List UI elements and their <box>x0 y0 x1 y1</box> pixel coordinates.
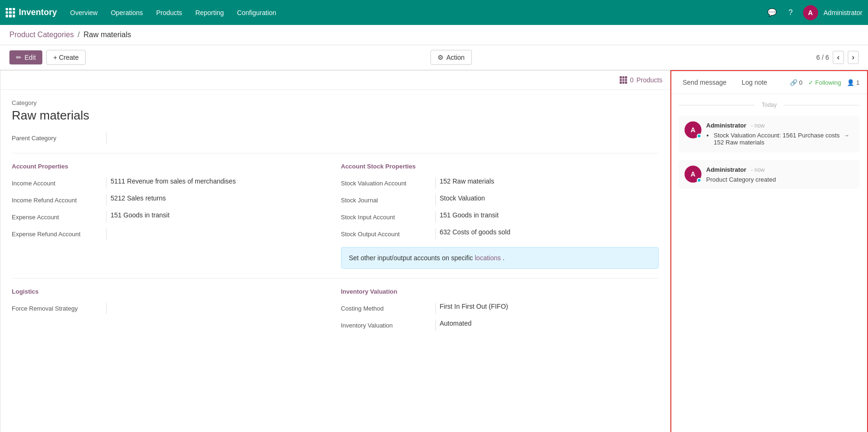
user-name: Administrator <box>824 9 862 16</box>
form-area: 0 Products Category Raw materials Parent… <box>0 70 670 432</box>
nav-operations[interactable]: Operations <box>105 6 148 19</box>
app-logo[interactable]: Inventory <box>6 8 57 17</box>
inventory-valuation-value[interactable]: Automated <box>435 320 472 331</box>
inventory-valuation-title: Inventory Valuation <box>341 288 659 295</box>
action-button[interactable]: ⚙ Action <box>430 50 472 65</box>
msg-body-1: Stock Valuation Account: 1561 Purchase c… <box>706 132 854 146</box>
main-container: 0 Products Category Raw materials Parent… <box>0 70 868 432</box>
msg-time-2: - now <box>751 167 764 173</box>
stock-input-row: Stock Input Account 151 Goods in transit <box>341 211 659 223</box>
income-account-row: Income Account 5111 Revenue from sales o… <box>12 177 330 189</box>
income-account-value[interactable]: 5111 Revenue from sales of merchandises <box>106 177 236 189</box>
force-removal-label: Force Removal Strategy <box>12 305 106 312</box>
nav-overview[interactable]: Overview <box>64 6 103 19</box>
income-refund-label: Income Refund Account <box>12 197 106 204</box>
main-menu: Overview Operations Products Reporting C… <box>64 6 282 19</box>
online-dot-2 <box>697 178 701 183</box>
category-label: Category <box>12 99 659 106</box>
costing-method-value[interactable]: First In First Out (FIFO) <box>435 303 508 314</box>
info-text-before: Set other input/output accounts on speci… <box>349 254 473 262</box>
breadcrumb-separator: / <box>78 31 80 39</box>
expense-account-row: Expense Account 151 Goods in transit <box>12 211 330 223</box>
create-button[interactable]: + Create <box>46 50 86 65</box>
inventory-valuation-row: Inventory Valuation Automated <box>341 320 659 331</box>
msg-content-1: Administrator - now Stock Valuation Acco… <box>706 121 854 147</box>
expense-refund-row: Expense Refund Account <box>12 228 330 240</box>
inventory-valuation-label: Inventory Valuation <box>341 322 435 329</box>
gear-icon: ⚙ <box>438 54 444 61</box>
stock-valuation-label: Stock Valuation Account <box>341 180 435 187</box>
avatar-2: A <box>685 166 701 183</box>
chatter-links[interactable]: 🔗 0 <box>790 79 803 86</box>
account-properties-section: Account Properties Income Account 5111 R… <box>12 163 330 269</box>
msg-time-1: - now <box>751 122 764 129</box>
edit-button[interactable]: ✏ Edit <box>9 50 42 64</box>
account-stock-title: Account Stock Properties <box>341 163 659 170</box>
stock-journal-value[interactable]: Stock Valuation <box>435 194 485 206</box>
expense-account-value[interactable]: 151 Goods in transit <box>106 211 169 223</box>
chat-icon[interactable]: 💬 <box>765 6 779 19</box>
stock-output-label: Stock Output Account <box>341 231 435 238</box>
link-icon: 🔗 <box>790 79 797 86</box>
app-title: Inventory <box>19 8 57 17</box>
msg-body-2: Product Category created <box>706 176 854 183</box>
check-icon: ✓ <box>808 79 813 86</box>
pagination: 6 / 6 ‹ › <box>816 51 859 64</box>
send-message-button[interactable]: Send message <box>679 77 730 88</box>
form-header: 0 Products <box>0 71 670 90</box>
stock-journal-label: Stock Journal <box>341 197 435 204</box>
toolbar: ✏ Edit + Create ⚙ Action 6 / 6 ‹ › <box>0 45 868 70</box>
breadcrumb-current: Raw materials <box>83 31 131 39</box>
log-note-button[interactable]: Log note <box>738 77 771 88</box>
logistics-title: Logistics <box>12 288 330 295</box>
parent-category-row: Parent Category <box>12 132 659 144</box>
account-stock-properties-section: Account Stock Properties Stock Valuation… <box>341 163 659 269</box>
account-properties-title: Account Properties <box>12 163 330 170</box>
person-icon: 👤 <box>847 79 854 86</box>
stock-valuation-row: Stock Valuation Account 152 Raw material… <box>341 177 659 189</box>
prev-button[interactable]: ‹ <box>833 51 844 64</box>
avatar-1: A <box>685 121 701 138</box>
expense-refund-value[interactable] <box>106 228 111 240</box>
msg-content-2: Administrator - now Product Category cre… <box>706 166 854 183</box>
breadcrumb-parent[interactable]: Product Categories <box>9 31 74 39</box>
next-button[interactable]: › <box>848 51 859 64</box>
msg-author-2: Administrator <box>706 166 746 173</box>
nav-configuration[interactable]: Configuration <box>231 6 282 19</box>
breadcrumb: Product Categories / Raw materials <box>0 25 868 45</box>
chatter-panel: Send message Log note 🔗 0 ✓ Following 👤 … <box>670 70 868 432</box>
edit-icon: ✏ <box>16 54 22 61</box>
support-icon[interactable]: ? <box>784 6 797 19</box>
expense-account-label: Expense Account <box>12 214 106 221</box>
expense-refund-label: Expense Refund Account <box>12 231 106 238</box>
locations-link[interactable]: locations <box>475 254 501 262</box>
logistics-section: Logistics Force Removal Strategy <box>12 288 330 336</box>
date-divider: Today <box>679 102 860 108</box>
following-button[interactable]: ✓ Following <box>808 79 841 86</box>
info-text-after: . <box>502 254 504 262</box>
stock-output-value[interactable]: 632 Costs of goods sold <box>435 228 510 240</box>
force-removal-row: Force Removal Strategy <box>12 303 330 314</box>
products-button[interactable]: 0 Products <box>620 76 662 84</box>
followers-count[interactable]: 👤 1 <box>847 79 860 86</box>
stock-output-row: Stock Output Account 632 Costs of goods … <box>341 228 659 240</box>
avatar[interactable]: A <box>803 5 818 20</box>
category-name: Raw materials <box>12 108 659 123</box>
force-removal-value[interactable] <box>106 303 111 314</box>
nav-products[interactable]: Products <box>151 6 188 19</box>
stock-input-value[interactable]: 151 Goods in transit <box>435 211 499 223</box>
two-col-section-2: Logistics Force Removal Strategy Invento… <box>12 288 659 336</box>
costing-method-row: Costing Method First In First Out (FIFO) <box>341 303 659 314</box>
stock-input-label: Stock Input Account <box>341 214 435 221</box>
two-col-section: Account Properties Income Account 5111 R… <box>12 163 659 269</box>
inventory-valuation-section: Inventory Valuation Costing Method First… <box>341 288 659 336</box>
top-navigation: Inventory Overview Operations Products R… <box>0 0 868 25</box>
chatter-body: Today A Administrator - now Stock Valuat… <box>671 94 867 432</box>
chatter-message-2: A Administrator - now Product Category c… <box>679 160 860 189</box>
topnav-right: 💬 ? A Administrator <box>765 5 862 20</box>
stock-valuation-value[interactable]: 152 Raw materials <box>435 177 494 189</box>
costing-method-label: Costing Method <box>341 305 435 312</box>
income-refund-value[interactable]: 5212 Sales returns <box>106 194 166 206</box>
parent-category-value[interactable] <box>106 132 111 144</box>
nav-reporting[interactable]: Reporting <box>190 6 230 19</box>
